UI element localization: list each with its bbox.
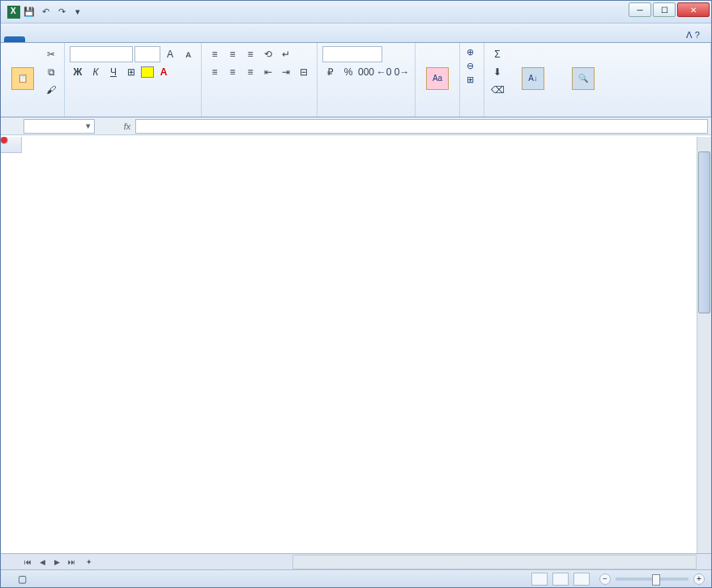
- format-cells-button[interactable]: ⊞: [465, 74, 479, 86]
- group-alignment: ≡ ≡ ≡ ⟲ ↵ ≡ ≡ ≡ ⇤ ⇥ ⊟: [202, 43, 318, 117]
- decrease-font-icon[interactable]: ᴀ: [180, 46, 196, 62]
- insert-icon: ⊕: [467, 47, 474, 58]
- comma-icon[interactable]: 000: [358, 64, 374, 80]
- fx-button[interactable]: fx: [119, 121, 135, 131]
- excel-icon: [7, 6, 20, 19]
- align-center-icon[interactable]: ≡: [224, 64, 241, 80]
- view-page-layout-icon[interactable]: [552, 573, 569, 586]
- increase-font-icon[interactable]: A: [162, 46, 178, 62]
- horizontal-scrollbar[interactable]: [292, 555, 697, 569]
- copy-icon[interactable]: ⧉: [43, 64, 59, 80]
- zoom-out-button[interactable]: −: [599, 573, 611, 585]
- minimize-button[interactable]: ─: [629, 2, 651, 17]
- underline-icon[interactable]: Ч: [105, 64, 122, 80]
- decrease-indent-icon[interactable]: ⇤: [260, 64, 276, 80]
- view-normal-icon[interactable]: [531, 573, 548, 586]
- vertical-scrollbar[interactable]: [697, 137, 711, 553]
- select-all-corner[interactable]: [1, 137, 22, 153]
- redo-icon[interactable]: ↷: [54, 5, 69, 19]
- zoom-slider[interactable]: [616, 577, 689, 581]
- sheet-nav: ⏮ ◀ ▶ ⏭: [20, 556, 79, 569]
- sort-filter-button[interactable]: A↓: [509, 45, 557, 113]
- paste-icon: 📋: [11, 67, 34, 90]
- format-icon: ⊞: [467, 75, 474, 85]
- scrollbar-thumb[interactable]: [698, 151, 710, 313]
- cut-icon[interactable]: ✂: [43, 46, 59, 62]
- group-font: A ᴀ Ж К Ч ⊞ A: [65, 43, 202, 117]
- styles-button[interactable]: Aa: [420, 45, 454, 113]
- bold-icon[interactable]: Ж: [70, 64, 86, 80]
- wrap-text-icon[interactable]: ↵: [278, 46, 294, 62]
- fill-color-icon[interactable]: [141, 66, 154, 78]
- number-format-select[interactable]: [322, 46, 382, 62]
- align-middle-icon[interactable]: ≡: [224, 46, 241, 62]
- view-page-break-icon[interactable]: [573, 573, 590, 586]
- find-select-button[interactable]: 🔍: [561, 45, 606, 113]
- italic-icon[interactable]: К: [87, 64, 104, 80]
- ribbon-tabs: ᐱ ?: [1, 23, 711, 43]
- group-label: [70, 113, 196, 115]
- ribbon: 📋 ✂ ⧉ 🖌 A ᴀ Ж К Ч: [1, 43, 711, 117]
- group-label: [322, 113, 410, 115]
- status-bar: ▢ − +: [1, 569, 711, 587]
- sheet-nav-prev-icon[interactable]: ◀: [35, 556, 49, 569]
- group-number: ₽ % 000 ←0 0→: [318, 43, 416, 117]
- currency-icon[interactable]: ₽: [322, 64, 339, 80]
- worksheet-grid[interactable]: [1, 137, 711, 553]
- font-color-icon[interactable]: A: [156, 64, 172, 80]
- fill-icon[interactable]: ⬇: [489, 64, 505, 80]
- sheet-nav-first-icon[interactable]: ⏮: [20, 556, 35, 569]
- percent-icon[interactable]: %: [340, 64, 356, 80]
- group-clipboard: 📋 ✂ ⧉ 🖌: [1, 43, 65, 117]
- border-icon[interactable]: ⊞: [123, 64, 139, 80]
- undo-icon[interactable]: ↶: [38, 5, 53, 19]
- qat-dropdown-icon[interactable]: ▾: [70, 5, 85, 19]
- decrease-decimal-icon[interactable]: 0→: [394, 64, 410, 80]
- sheet-nav-next-icon[interactable]: ▶: [49, 556, 64, 569]
- align-right-icon[interactable]: ≡: [242, 64, 258, 80]
- increase-decimal-icon[interactable]: ←0: [376, 64, 392, 80]
- autosum-icon[interactable]: Σ: [489, 46, 505, 62]
- align-bottom-icon[interactable]: ≡: [242, 46, 258, 62]
- delete-icon: ⊖: [467, 61, 474, 71]
- name-box-dropdown-icon[interactable]: ▾: [86, 121, 91, 131]
- save-icon[interactable]: 💾: [22, 5, 36, 19]
- clear-icon[interactable]: ⌫: [489, 82, 505, 98]
- macro-record-icon[interactable]: ▢: [14, 571, 30, 587]
- formula-input[interactable]: [135, 119, 708, 134]
- merge-icon[interactable]: ⊟: [296, 64, 312, 80]
- zoom-in-button[interactable]: +: [693, 573, 705, 585]
- font-name-select[interactable]: [70, 46, 133, 62]
- group-label: [465, 113, 479, 115]
- group-label: [489, 113, 706, 115]
- group-label: [6, 113, 59, 115]
- find-icon: 🔍: [572, 67, 595, 90]
- title-bar: 💾 ↶ ↷ ▾ ─ ☐ ✕: [1, 1, 711, 23]
- sheet-tab-bar: ⏮ ◀ ▶ ⏭ ✦: [1, 553, 711, 569]
- styles-icon: Aa: [426, 67, 449, 90]
- group-label: [207, 113, 312, 115]
- delete-cells-button[interactable]: ⊖: [465, 60, 479, 72]
- insert-cells-button[interactable]: ⊕: [465, 46, 479, 58]
- maximize-button[interactable]: ☐: [653, 2, 676, 17]
- name-box[interactable]: ▾: [23, 119, 95, 134]
- new-sheet-icon[interactable]: ✦: [82, 556, 96, 569]
- group-cells: ⊕ ⊖ ⊞: [460, 43, 484, 117]
- font-size-select[interactable]: [134, 46, 160, 62]
- sort-icon: A↓: [522, 67, 544, 90]
- align-top-icon[interactable]: ≡: [207, 46, 223, 62]
- format-painter-icon[interactable]: 🖌: [43, 82, 59, 98]
- group-label: [420, 113, 454, 115]
- group-styles: Aa: [416, 43, 460, 117]
- window-controls: ─ ☐ ✕: [629, 2, 710, 17]
- formula-bar: ▾ fx: [1, 117, 711, 135]
- sheet-nav-last-icon[interactable]: ⏭: [64, 556, 79, 569]
- paste-button[interactable]: 📋: [6, 45, 40, 113]
- increase-indent-icon[interactable]: ⇥: [278, 64, 294, 80]
- close-button[interactable]: ✕: [677, 2, 710, 17]
- group-editing: Σ ⬇ ⌫ A↓ 🔍: [484, 43, 711, 117]
- align-left-icon[interactable]: ≡: [207, 64, 223, 80]
- ribbon-help-icon[interactable]: ᐱ ?: [681, 28, 705, 42]
- file-tab[interactable]: [4, 36, 25, 42]
- orientation-icon[interactable]: ⟲: [260, 46, 276, 62]
